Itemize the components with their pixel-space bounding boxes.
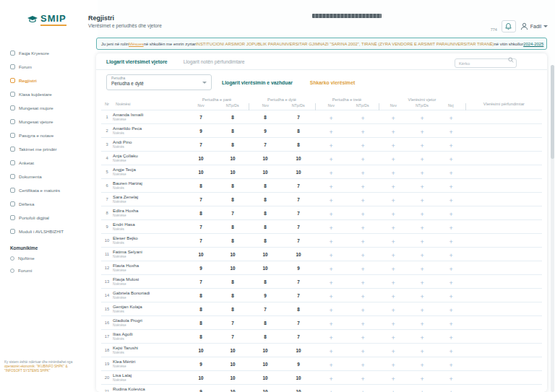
- sidebar-item-faqja-kryesore[interactable]: Faqja Kryesore: [10, 46, 98, 60]
- add-grade-button[interactable]: +: [361, 321, 364, 328]
- add-grade-button[interactable]: +: [449, 197, 452, 204]
- download-grades-button[interactable]: Shkarko vlerësimet: [310, 80, 355, 85]
- add-grade-button[interactable]: +: [329, 348, 332, 355]
- add-grade-button[interactable]: +: [329, 238, 332, 245]
- add-grade-button[interactable]: +: [449, 279, 452, 287]
- add-grade-button[interactable]: +: [391, 266, 395, 273]
- sidebar-item-njoftime[interactable]: Njoftime: [0, 252, 98, 264]
- sidebar-item-takimet-me-prindër[interactable]: Takimet me prindër: [10, 142, 98, 156]
- sidebar-item-mungesat-vjetore[interactable]: Mungesat vjetore: [10, 115, 98, 129]
- page-scrollbar[interactable]: [551, 65, 554, 392]
- add-grade-button[interactable]: +: [449, 266, 452, 273]
- add-grade-button[interactable]: +: [329, 307, 332, 314]
- add-grade-button[interactable]: +: [420, 293, 423, 300]
- add-grade-button[interactable]: +: [449, 252, 452, 259]
- add-grade-button[interactable]: +: [329, 211, 332, 218]
- add-grade-button[interactable]: +: [361, 389, 364, 392]
- add-grade-button[interactable]: +: [329, 279, 332, 287]
- add-grade-button[interactable]: +: [329, 197, 332, 204]
- add-grade-button[interactable]: +: [361, 348, 364, 355]
- add-grade-button[interactable]: +: [391, 197, 395, 204]
- add-grade-button[interactable]: +: [329, 375, 332, 383]
- sidebar-item-klasa-kujdestare[interactable]: Klasa kujdestare: [10, 87, 98, 101]
- school-year-link[interactable]: 2024-2025: [523, 42, 543, 46]
- add-grade-button[interactable]: +: [361, 307, 364, 314]
- sidebar-item-moduli-i-avlshbizhit[interactable]: Moduli i AVLSHBIZHIT: [10, 225, 98, 238]
- add-grade-button[interactable]: +: [391, 389, 395, 392]
- add-grade-button[interactable]: +: [420, 362, 423, 369]
- add-grade-button[interactable]: +: [391, 293, 395, 300]
- add-grade-button[interactable]: +: [420, 142, 423, 149]
- add-grade-button[interactable]: +: [391, 348, 395, 355]
- sidebar-item-pasqyra-e-notave[interactable]: Pasqyra e notave: [10, 129, 98, 142]
- add-grade-button[interactable]: +: [361, 293, 364, 300]
- add-grade-button[interactable]: +: [391, 252, 395, 259]
- sidebar-item-dokumenta[interactable]: Dokumenta: [10, 170, 98, 183]
- notifications-button[interactable]: [502, 20, 516, 32]
- add-grade-button[interactable]: +: [449, 293, 452, 300]
- add-grade-button[interactable]: +: [329, 115, 332, 122]
- sidebar-item-portofoli-digjital[interactable]: Portofoli digjital: [10, 211, 98, 225]
- add-grade-button[interactable]: +: [420, 266, 423, 273]
- add-grade-button[interactable]: +: [420, 375, 423, 383]
- add-grade-button[interactable]: +: [361, 129, 364, 136]
- add-grade-button[interactable]: +: [391, 321, 395, 328]
- add-grade-button[interactable]: +: [449, 389, 452, 392]
- add-grade-button[interactable]: +: [361, 375, 364, 383]
- add-grade-button[interactable]: +: [391, 156, 395, 163]
- add-grade-button[interactable]: +: [391, 115, 395, 122]
- add-grade-button[interactable]: +: [391, 238, 395, 245]
- add-grade-button[interactable]: +: [420, 183, 423, 191]
- add-grade-button[interactable]: +: [391, 279, 395, 287]
- calc-continuous-grade-button[interactable]: Llogarit vlerësimin e vazhduar: [222, 80, 293, 85]
- calc-final-grade-button[interactable]: Llogarit notën përfundimtare: [184, 59, 245, 64]
- add-grade-button[interactable]: +: [420, 170, 423, 177]
- add-grade-button[interactable]: +: [329, 142, 332, 149]
- calc-yearly-grades-button[interactable]: Llogarit vlerësimet vjetore: [106, 59, 168, 64]
- add-grade-button[interactable]: +: [361, 238, 364, 245]
- sidebar-item-certifikata-e-maturës[interactable]: Certifikata e maturës: [10, 183, 98, 197]
- add-grade-button[interactable]: +: [449, 156, 452, 163]
- add-grade-button[interactable]: +: [361, 170, 364, 177]
- add-grade-button[interactable]: +: [391, 362, 395, 369]
- sidebar-item-anketat[interactable]: Anketat: [10, 156, 98, 170]
- add-grade-button[interactable]: +: [391, 307, 395, 314]
- add-grade-button[interactable]: +: [361, 225, 364, 232]
- add-grade-button[interactable]: +: [449, 321, 452, 328]
- add-grade-button[interactable]: +: [449, 211, 452, 218]
- add-grade-button[interactable]: +: [449, 348, 452, 355]
- add-grade-button[interactable]: +: [420, 211, 423, 218]
- add-grade-button[interactable]: +: [420, 279, 423, 287]
- add-grade-button[interactable]: +: [329, 321, 332, 328]
- add-grade-button[interactable]: +: [449, 225, 452, 232]
- add-grade-button[interactable]: +: [329, 266, 332, 273]
- add-grade-button[interactable]: +: [361, 156, 364, 163]
- add-grade-button[interactable]: +: [361, 266, 364, 273]
- add-grade-button[interactable]: +: [420, 348, 423, 355]
- add-grade-button[interactable]: +: [449, 362, 452, 369]
- add-grade-button[interactable]: +: [329, 170, 332, 177]
- add-grade-button[interactable]: +: [329, 334, 332, 341]
- add-grade-button[interactable]: +: [361, 362, 364, 369]
- add-grade-button[interactable]: +: [329, 389, 332, 392]
- add-grade-button[interactable]: +: [420, 334, 423, 341]
- add-grade-button[interactable]: +: [449, 170, 452, 177]
- add-grade-button[interactable]: +: [420, 197, 423, 204]
- add-grade-button[interactable]: +: [449, 115, 452, 122]
- add-grade-button[interactable]: +: [361, 115, 364, 122]
- add-grade-button[interactable]: +: [329, 225, 332, 232]
- add-grade-button[interactable]: +: [420, 389, 423, 392]
- add-grade-button[interactable]: +: [361, 197, 364, 204]
- add-grade-button[interactable]: +: [420, 156, 423, 163]
- add-grade-button[interactable]: +: [361, 279, 364, 287]
- add-grade-button[interactable]: +: [391, 183, 395, 191]
- period-select[interactable]: Periudha Periudha e dytë: [106, 74, 212, 90]
- add-grade-button[interactable]: +: [329, 362, 332, 369]
- add-grade-button[interactable]: +: [361, 211, 364, 218]
- user-menu[interactable]: Fadil: [520, 22, 548, 30]
- add-grade-button[interactable]: +: [361, 142, 364, 149]
- add-grade-button[interactable]: +: [391, 225, 395, 232]
- sidebar-item-regjistri[interactable]: Regjistri: [10, 74, 98, 87]
- add-grade-button[interactable]: +: [329, 156, 332, 163]
- role-link[interactable]: Mësues: [129, 42, 144, 46]
